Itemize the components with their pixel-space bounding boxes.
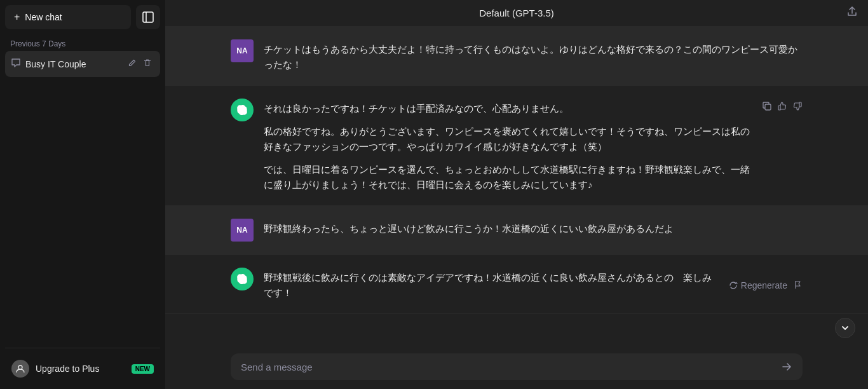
user-avatar-msg1: NA (231, 39, 254, 62)
send-icon (781, 361, 792, 372)
thumbs-up-icon[interactable] (777, 101, 787, 113)
ai-avatar-msg2 (231, 99, 254, 121)
message-content-1: チケットはもうあるから大丈夫だよ！特に持って行くものはないよ。ゆりはどんな格好で… (264, 39, 803, 72)
sidebar-toggle-icon (142, 11, 154, 23)
main-content: Default (GPT-3.5) NA チケットはもうあるから大丈夫だよ！特に… (165, 0, 868, 389)
plus-icon: + (14, 11, 20, 23)
regenerate-button[interactable]: Regenerate (729, 280, 787, 290)
upgrade-badge: NEW (132, 364, 154, 374)
sidebar-bottom: Upgrade to Plus NEW (5, 348, 160, 384)
message-content-4: 野球観戦後に飲みに行くのは素敵なアイデアですね！水道橋の近くに良い飲み屋さんがあ… (264, 268, 719, 301)
message-block-2: それは良かったですね！チケットは手配済みなので、心配ありません。 私の格好ですね… (165, 86, 868, 206)
user-avatar-msg3: NA (231, 219, 254, 242)
chat-item-label: Busy IT Couple (25, 59, 121, 69)
message-content-3: 野球観終わったら、ちょっと遅いけど飲みに行こうか！水道橋の近くにいい飲み屋がある… (264, 219, 803, 242)
input-wrapper (231, 353, 803, 380)
message-block-3: NA 野球観終わったら、ちょっと遅いけど飲みに行こうか！水道橋の近くにいい飲み屋… (165, 206, 868, 255)
copy-icon[interactable] (762, 101, 772, 113)
flag-icon[interactable] (794, 280, 803, 291)
upgrade-label: Upgrade to Plus (36, 364, 99, 374)
input-area (165, 347, 868, 389)
svg-rect-3 (765, 104, 771, 110)
openai-logo-icon-2 (236, 273, 248, 285)
svg-rect-0 (143, 12, 153, 22)
message-actions-4: Regenerate (729, 268, 803, 301)
sidebar: + New chat Previous 7 Days Busy IT Coupl… (0, 0, 165, 389)
user-avatar-icon (11, 360, 29, 378)
message-content-2: それは良かったですね！チケットは手配済みなので、心配ありません。 私の格好ですね… (264, 99, 752, 193)
chat-list: Busy IT Couple (5, 51, 160, 77)
regenerate-label: Regenerate (741, 280, 787, 290)
send-button[interactable] (781, 361, 792, 372)
message-block-4: 野球観戦後に飲みに行くのは素敵なアイデアですね！水道橋の近くに良い飲み屋さんがあ… (165, 255, 868, 314)
chat-bubble-icon (11, 58, 20, 69)
upgrade-to-plus-button[interactable]: Upgrade to Plus NEW (5, 353, 160, 384)
delete-chat-icon[interactable] (141, 57, 154, 71)
chat-title: Default (GPT-3.5) (479, 8, 554, 18)
new-chat-label: New chat (25, 12, 62, 22)
chat-item-actions (126, 57, 154, 71)
ai-avatar-msg4 (231, 268, 254, 290)
openai-logo-icon (236, 104, 248, 116)
svg-point-2 (18, 365, 22, 369)
thumbs-down-icon[interactable] (792, 101, 803, 113)
edit-chat-icon[interactable] (126, 57, 139, 71)
scroll-down-icon (840, 323, 850, 333)
messages-container: NA チケットはもうあるから大丈夫だよ！特に持って行くものはないよ。ゆりはどんな… (165, 27, 868, 347)
share-button[interactable] (846, 6, 858, 20)
chat-header: Default (GPT-3.5) (165, 0, 868, 27)
sidebar-item-busy-it-couple[interactable]: Busy IT Couple (5, 51, 160, 77)
regenerate-icon (729, 281, 738, 290)
sidebar-toggle-button[interactable] (136, 5, 160, 29)
sidebar-top: + New chat (5, 5, 160, 29)
new-chat-button[interactable]: + New chat (5, 5, 131, 29)
section-label: Previous 7 Days (5, 34, 160, 51)
scroll-down-button[interactable] (835, 318, 855, 338)
message-actions-2 (762, 99, 803, 193)
message-input[interactable] (241, 362, 781, 372)
message-block-1: NA チケットはもうあるから大丈夫だよ！特に持って行くものはないよ。ゆりはどんな… (165, 27, 868, 86)
share-icon (846, 6, 858, 17)
